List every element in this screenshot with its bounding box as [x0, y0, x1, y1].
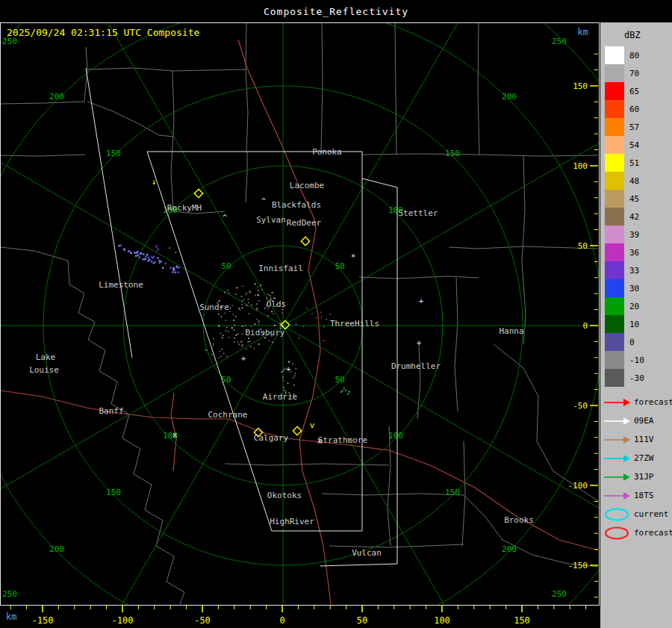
radar-echo: [258, 300, 260, 302]
county-boundary: [1, 247, 69, 285]
radar-echo: [269, 341, 270, 342]
colorbar-entry: 36: [605, 243, 644, 261]
city-label: Olds: [267, 299, 287, 309]
county-boundary: [246, 23, 248, 152]
radar-echo: [316, 317, 317, 319]
radar-echo: [246, 292, 248, 293]
legend: forecast09EA111V27ZW31JP18TScurrentforec…: [603, 393, 672, 542]
radar-echo: [228, 331, 229, 332]
storm-vector-arrow-icon: [603, 470, 631, 485]
colorbar-entry: 80: [605, 46, 644, 64]
colorbar-value: 33: [629, 266, 639, 276]
radar-echo: [143, 253, 144, 255]
radar-echo: [258, 294, 259, 296]
radar-echo: [220, 351, 221, 352]
radar-echo: [242, 286, 243, 287]
radar-echo: [274, 325, 276, 326]
city-label: Drumheller: [391, 361, 441, 371]
radar-echo: [148, 257, 149, 258]
colorbar-swatch: [605, 297, 624, 315]
radar-echo: [220, 355, 222, 357]
radar-echo: [246, 349, 247, 350]
radar-echo: [258, 321, 260, 323]
radar-echo: [241, 296, 243, 297]
radar-echo: [224, 292, 225, 293]
radar-echo: [257, 319, 258, 320]
radar-echo: [242, 334, 243, 335]
colorbar-swatch: [605, 136, 624, 154]
radar-echo: [281, 313, 283, 314]
colorbar-swatch: [605, 333, 624, 351]
map-marker: v: [310, 420, 315, 430]
colorbar-entry: -10: [605, 351, 644, 369]
radar-echo: [243, 299, 245, 301]
colorbar-value: -30: [629, 373, 644, 383]
radar-echo: [245, 325, 246, 326]
y-axis-label: -150: [568, 561, 588, 571]
colorbar-entry: 57: [605, 118, 644, 136]
radar-echo: [213, 346, 214, 347]
radar-echo: [234, 341, 235, 343]
range-label: 150: [106, 488, 121, 497]
radar-echo: [251, 326, 252, 327]
radar-echo: [271, 311, 273, 313]
radar-echo: [118, 245, 119, 246]
radar-echo: [213, 352, 214, 354]
map-marker: +: [419, 296, 424, 306]
county-boundary: [464, 495, 598, 567]
radar-echo: [162, 267, 164, 269]
x-axis-label: 100: [434, 615, 450, 626]
colorbar-title: dBZ: [624, 30, 641, 40]
km-unit-top: km: [578, 27, 588, 37]
radar-echo: [239, 309, 240, 311]
radar-echo: [261, 285, 262, 286]
city-label: Sylvan: [256, 215, 286, 225]
range-label: 150: [106, 149, 121, 158]
radar-echo: [235, 293, 237, 295]
radar-echo: [241, 346, 243, 347]
county-boundary: [455, 278, 458, 411]
county-boundary: [449, 246, 598, 249]
legend-item: 09EA: [603, 411, 672, 430]
radar-echo: [320, 311, 322, 313]
radar-echo: [234, 325, 235, 326]
radar-echo: [156, 250, 158, 252]
storm-vector-arrow-icon: [603, 432, 631, 447]
colorbar-swatch: [605, 172, 624, 190]
radar-echo: [283, 387, 284, 388]
colorbar-swatch: [605, 154, 624, 172]
radar-echo: [219, 300, 220, 302]
radar-echo: [120, 244, 122, 246]
map-marker: x: [172, 430, 178, 440]
radar-echo: [213, 338, 214, 340]
legend-item: 27ZW: [603, 449, 672, 467]
range-label: 250: [552, 589, 567, 599]
colorbar-swatch: [605, 315, 624, 333]
radar-echo: [233, 320, 234, 321]
colorbar-swatch: [605, 243, 624, 261]
colorbar-entry: 51: [605, 154, 644, 172]
radar-echo: [323, 340, 325, 341]
radar-echo: [256, 303, 258, 305]
x-axis-label: -50: [194, 615, 211, 626]
county-boundary: [87, 68, 246, 71]
colorbar-entry: 30: [605, 279, 644, 297]
radar-echo: [248, 302, 249, 304]
radar-coverage-boundary: [320, 178, 397, 566]
radar-echo: [254, 348, 255, 349]
radar-echo: [206, 349, 208, 351]
radar-echo: [264, 308, 266, 309]
radar-echo: [139, 256, 140, 258]
y-axis-label: 100: [573, 161, 588, 171]
range-label: 250: [2, 589, 17, 599]
radar-echo: [235, 316, 237, 317]
colorbar-entry: 10: [605, 315, 644, 333]
city-label: Strathmore: [318, 435, 367, 445]
city-label: HighRiver: [270, 517, 314, 526]
colorbar-swatch: [605, 64, 624, 82]
radar-echo: [123, 248, 125, 249]
radar-echo: [349, 391, 350, 393]
radar-echo: [230, 311, 231, 312]
radar-map[interactable]: 5050505010010010010015015015015020020020…: [1, 23, 599, 605]
county-boundary: [321, 23, 323, 152]
